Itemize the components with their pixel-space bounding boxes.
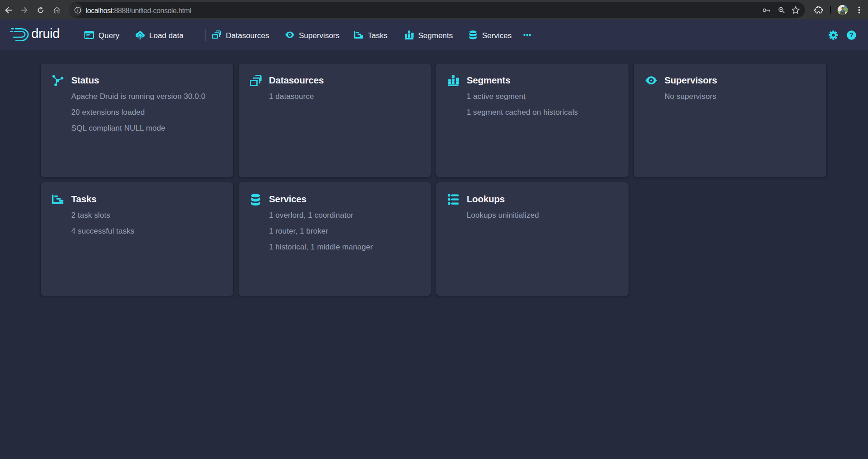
svg-text:?: ? — [849, 31, 853, 39]
